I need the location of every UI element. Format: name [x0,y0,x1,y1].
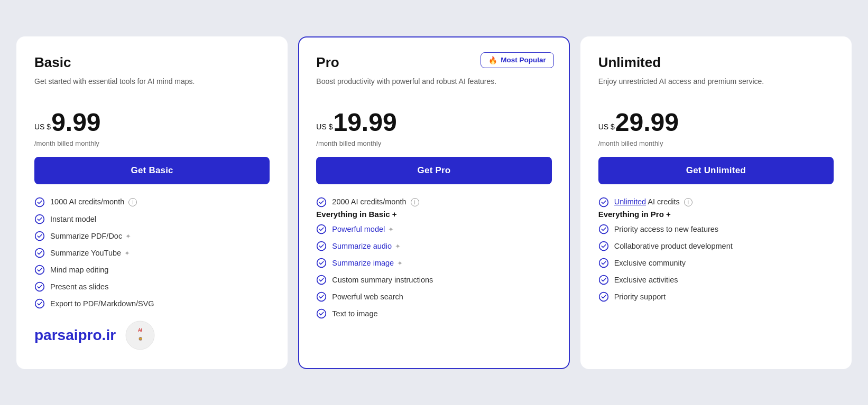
fire-icon: 🔥 [488,56,497,64]
feature-item: Summarize image ✦ [316,258,551,268]
feature-text: Mind map editing [50,266,108,274]
spark-icon: ✦ [388,225,394,233]
cta-button-unlimited[interactable]: Get Unlimited [598,157,834,184]
svg-point-22 [599,292,608,301]
svg-point-20 [599,258,608,267]
spark-icon: ✦ [397,259,403,267]
svg-point-0 [35,197,44,206]
info-icon[interactable]: i [684,198,692,206]
feature-text: Powerful model ✦ [332,225,394,233]
feature-item: Custom summary instructions [316,275,551,285]
feature-text: Priority access to new features [614,225,718,233]
features-list-top: 2000 AI credits/month i [316,197,551,208]
cta-button-basic[interactable]: Get Basic [34,157,270,184]
spark-icon: ✦ [395,242,401,250]
svg-text:AI: AI [138,327,142,332]
feature-item: Present as slides [34,281,270,292]
feature-text: Summarize audio ✦ [332,242,401,250]
feature-text: Summarize image ✦ [332,259,403,267]
features-list-bottom: Powerful model ✦ Summarize audio ✦ Summa… [316,224,551,319]
plan-description: Enjoy unrestricted AI access and premium… [598,76,834,99]
feature-item: Unlimited AI credits i [598,197,834,208]
svg-point-1 [35,214,44,223]
plan-card-pro: Pro 🔥 Most Popular Boost productivity wi… [298,36,569,369]
feature-text: Custom summary instructions [332,276,433,284]
svg-point-18 [599,224,608,233]
plan-name: Unlimited [598,54,834,71]
feature-item: Summarize YouTube ✦ [34,248,270,258]
price-row: US $ 29.99 [598,110,834,135]
price-period: /month billed monthly [34,139,270,147]
spark-icon: ✦ [125,232,131,240]
features-list-top: Unlimited AI credits i [598,197,834,208]
svg-point-16 [317,309,326,318]
feature-text: Export to PDF/Markdown/SVG [50,299,154,308]
feature-item: Exclusive activities [598,275,834,285]
watermark-logo: AI 🦁 [124,319,156,351]
feature-item: Priority support [598,291,834,302]
unlimited-link[interactable]: Unlimited [614,197,646,206]
section-header: Everything in Pro + [598,210,834,219]
price-currency: US $ [598,123,615,131]
feature-item: Instant model [34,214,270,224]
feature-text: Collaborative product development [614,242,733,250]
svg-point-2 [35,231,44,240]
feature-text: Exclusive community [614,259,686,267]
svg-text:🦁: 🦁 [138,337,143,341]
feature-item: Exclusive community [598,258,834,268]
feature-item: Export to PDF/Markdown/SVG [34,298,270,309]
feature-item: Priority access to new features [598,224,834,234]
price-period: /month billed monthly [598,139,834,147]
feature-text: Priority support [614,293,666,301]
most-popular-badge: 🔥 Most Popular [481,52,554,68]
price-amount: 19.99 [333,110,396,135]
price-period: /month billed monthly [316,139,551,147]
svg-point-11 [317,224,326,233]
feature-text: 2000 AI credits/month i [332,197,419,206]
feature-item: Powerful web search [316,291,551,302]
cta-button-pro[interactable]: Get Pro [316,157,551,184]
feature-item: 1000 AI credits/month i [34,197,270,208]
badge-label: Most Popular [501,56,546,64]
feature-text: Powerful web search [332,293,403,301]
svg-point-17 [599,197,608,206]
price-row: US $ 19.99 [316,110,551,135]
svg-point-10 [317,197,326,206]
plan-name: Basic [34,54,270,71]
svg-point-13 [317,258,326,267]
svg-point-6 [35,299,44,308]
info-icon[interactable]: i [128,198,137,206]
feature-text: Text to image [332,309,377,318]
svg-point-21 [599,275,608,284]
feature-item: Powerful model ✦ [316,224,551,234]
info-icon[interactable]: i [411,198,419,206]
pricing-container: BasicGet started with essential tools fo… [16,36,852,369]
feature-text: 1000 AI credits/month i [50,197,137,206]
feature-text: Summarize YouTube ✦ [50,249,130,257]
feature-item: Collaborative product development [598,241,834,251]
svg-point-7 [126,321,154,350]
svg-point-19 [599,241,608,250]
price-currency: US $ [316,123,333,131]
svg-point-5 [35,282,44,291]
feature-text: Present as slides [50,282,108,291]
price-amount: 9.99 [51,110,100,135]
plan-description: Get started with essential tools for AI … [34,76,270,99]
feature-item: Mind map editing [34,265,270,275]
feature-item: Summarize PDF/Doc ✦ [34,231,270,241]
svg-point-4 [35,265,44,274]
pro-header: Pro 🔥 Most Popular [316,54,551,76]
features-list-top: 1000 AI credits/month i Instant model Su… [34,197,270,309]
plan-card-basic: BasicGet started with essential tools fo… [16,36,288,369]
svg-point-12 [317,241,326,250]
svg-point-3 [35,248,44,257]
plan-description: Boost productivity with powerful and rob… [316,76,551,99]
price-amount: 29.99 [615,110,679,135]
feature-text: Summarize PDF/Doc ✦ [50,232,131,240]
spark-icon: ✦ [124,249,130,257]
feature-item: Summarize audio ✦ [316,241,551,251]
watermark: parsaipro.ir AI 🦁 [34,309,270,351]
features-list-bottom: Priority access to new features Collabor… [598,224,834,302]
plan-card-unlimited: UnlimitedEnjoy unrestricted AI access an… [580,36,852,369]
svg-point-15 [317,292,326,301]
